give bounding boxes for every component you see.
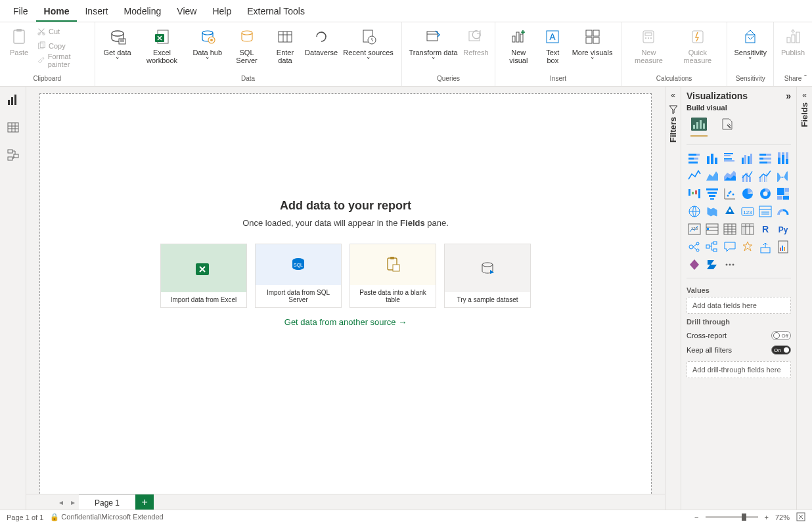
viz-table[interactable] [722,221,738,237]
svg-text:A: A [550,32,556,42]
menu-external-tools[interactable]: External Tools [239,2,313,22]
zoom-out-button[interactable]: − [694,513,698,521]
keep-filters-toggle[interactable]: On [771,345,791,355]
model-view-button[interactable] [4,146,22,164]
publish-button[interactable]: Publish [778,25,808,58]
viz-slicer[interactable] [704,221,720,237]
get-data-button[interactable]: Get data ˅ [99,25,136,66]
paste-data-card[interactable]: Paste data into a blank table [350,244,436,308]
quick-measure-button[interactable]: Quick measure [672,25,723,66]
copy-button[interactable]: Copy [37,39,91,53]
build-visual-tab[interactable] [690,117,708,137]
viz-gauge[interactable] [775,204,791,219]
sql-server-button[interactable]: SQL Server [227,25,267,66]
sensitivity-button[interactable]: Sensitivity˅ [731,25,769,66]
viz-treemap[interactable] [775,186,791,202]
viz-scatter[interactable] [722,186,738,202]
format-painter-button[interactable]: Format painter [37,54,91,67]
viz-ribbon[interactable] [775,168,791,184]
data-view-button[interactable] [4,118,22,137]
more-visuals-button[interactable]: More visuals ˅ [568,25,616,66]
dataverse-button[interactable]: Dataverse [304,25,340,58]
page-tab-1[interactable]: Page 1 [79,494,135,510]
menu-insert[interactable]: Insert [77,2,116,22]
values-dropzone[interactable]: Add data fields here [687,297,791,314]
format-visual-tab[interactable] [719,117,734,137]
data-hub-button[interactable]: Data hub ˅ [189,25,227,66]
sample-dataset-card[interactable]: Try a sample dataset [444,244,531,308]
data-group-label: Data [241,75,255,82]
new-visual-button[interactable]: New visual [499,25,537,66]
viz-filled-map[interactable] [704,204,720,219]
get-data-link[interactable]: Get data from another source → [284,317,407,327]
zoom-in-button[interactable]: + [765,513,769,521]
viz-area[interactable] [704,168,720,184]
viz-clustered-column[interactable] [740,150,756,166]
drillthrough-dropzone[interactable]: Add drill-through fields here [687,361,791,378]
new-measure-button[interactable]: New measure [625,25,673,66]
import-excel-card[interactable]: Import data from Excel [160,244,247,308]
viz-key-influencers[interactable] [687,239,702,255]
cross-report-toggle[interactable]: Off [771,331,791,340]
expand-filters-button[interactable]: « [671,91,675,100]
viz-kpi[interactable]: 123 [687,221,702,237]
collapse-viz-button[interactable]: » [786,91,791,101]
viz-card[interactable]: 123 [740,204,756,219]
viz-clustered-bar[interactable] [722,150,738,166]
publish-icon [782,26,803,47]
report-view-button[interactable] [4,91,22,109]
excel-workbook-button[interactable]: Excel workbook [136,25,189,66]
svg-text:SQL: SQL [294,263,303,268]
fit-to-page-button[interactable] [796,512,805,523]
get-data-label: Get data ˅ [102,49,133,64]
menu-modeling[interactable]: Modeling [116,2,169,22]
page-next-button[interactable]: ▸ [67,498,79,507]
viz-map[interactable] [687,204,702,219]
viz-azure-map[interactable] [722,204,738,219]
page-prev-button[interactable]: ◂ [55,498,67,507]
recent-sources-button[interactable]: Recent sources ˅ [340,25,397,66]
viz-stacked-area[interactable] [722,168,738,184]
viz-python[interactable]: Py [775,221,791,237]
menu-view[interactable]: View [169,2,204,22]
viz-decomposition-tree[interactable] [704,239,720,255]
refresh-button[interactable]: Refresh [461,25,491,58]
viz-qa[interactable] [722,239,738,255]
viz-smart-narrative[interactable] [740,239,756,255]
viz-waterfall[interactable] [687,186,702,202]
viz-pie[interactable] [740,186,756,202]
add-page-button[interactable]: + [135,494,154,510]
viz-matrix[interactable] [740,221,756,237]
viz-funnel[interactable] [704,186,720,202]
collapse-ribbon-button[interactable]: ˆ [804,74,807,83]
viz-donut[interactable] [757,186,773,202]
viz-stacked-bar[interactable] [687,150,702,166]
viz-r-script[interactable]: R [757,221,773,237]
cut-button[interactable]: Cut [37,25,91,38]
menu-file[interactable]: File [5,2,36,22]
expand-fields-button[interactable]: « [802,91,807,100]
ribbon-group-insert: New visual AText box More visuals ˅ Inse… [495,22,621,86]
report-canvas[interactable]: Add data to your report Once loaded, you… [39,93,652,510]
paste-button[interactable]: Paste [4,25,34,58]
viz-paginated-report[interactable] [775,239,791,255]
viz-power-apps[interactable] [687,257,702,273]
viz-stacked-column[interactable] [704,150,720,166]
viz-line-stacked-column[interactable] [740,168,756,184]
viz-power-automate[interactable] [704,257,720,273]
viz-line-clustered-column[interactable] [757,168,773,184]
menu-help[interactable]: Help [204,2,239,22]
enter-data-button[interactable]: Enter data [267,25,303,66]
viz-line[interactable] [687,168,702,184]
data-source-cards: Import data from Excel SQLImport data fr… [160,244,531,308]
viz-more-options[interactable] [722,257,738,273]
text-box-button[interactable]: AText box [537,25,568,66]
viz-100-stacked-bar[interactable] [757,150,773,166]
viz-100-stacked-column[interactable] [775,150,791,166]
viz-multi-row-card[interactable] [757,204,773,219]
zoom-slider[interactable] [706,516,758,518]
import-sql-card[interactable]: SQLImport data from SQL Server [255,244,342,308]
viz-goals[interactable] [757,239,773,255]
transform-data-button[interactable]: Transform data ˅ [406,25,461,66]
menu-home[interactable]: Home [36,2,78,22]
